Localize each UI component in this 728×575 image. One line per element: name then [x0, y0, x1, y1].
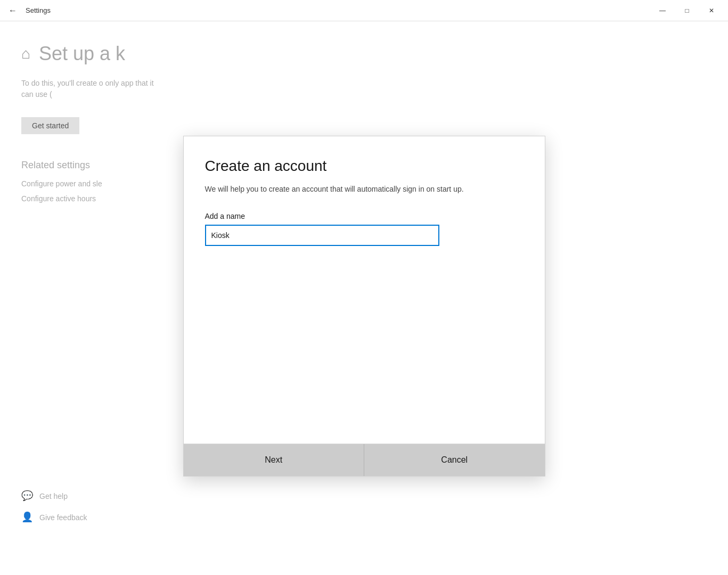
help-links-section: 💬 Get help 👤 Give feedback	[21, 490, 87, 532]
dialog-body: Create an account We will help you to cr…	[184, 136, 545, 443]
give-feedback-icon: 👤	[21, 511, 34, 524]
window-title: Settings	[26, 6, 650, 14]
dialog-title: Create an account	[205, 158, 523, 175]
next-button[interactable]: Next	[184, 444, 365, 476]
get-started-button[interactable]: Get started	[21, 117, 79, 134]
back-button[interactable]: ←	[4, 4, 21, 18]
window-controls: — □ ✕	[650, 0, 724, 21]
name-input[interactable]	[205, 225, 439, 246]
page-header: ⌂ Set up a k	[21, 43, 707, 65]
maximize-button[interactable]: □	[675, 0, 699, 21]
dialog-footer: Next Cancel	[184, 443, 545, 476]
get-help-label: Get help	[39, 492, 68, 500]
get-help-item[interactable]: 💬 Get help	[21, 490, 87, 503]
dialog-description: We will help you to create an account th…	[205, 183, 503, 195]
give-feedback-item[interactable]: 👤 Give feedback	[21, 511, 87, 524]
get-help-icon: 💬	[21, 490, 34, 503]
close-button[interactable]: ✕	[699, 0, 724, 21]
create-account-dialog: Create an account We will help you to cr…	[183, 136, 545, 477]
name-field-label: Add a name	[205, 212, 523, 220]
home-icon: ⌂	[21, 45, 30, 62]
title-bar: ← Settings — □ ✕	[0, 0, 728, 21]
main-content: ⌂ Set up a k To do this, you'll create o…	[0, 21, 728, 575]
minimize-button[interactable]: —	[650, 0, 675, 21]
page-description: To do this, you'll create o only app tha…	[21, 78, 160, 100]
cancel-button[interactable]: Cancel	[364, 444, 545, 476]
settings-window: ← Settings — □ ✕ ⌂ Set up a k To do this…	[0, 0, 728, 575]
give-feedback-label: Give feedback	[39, 513, 87, 522]
page-title: Set up a k	[39, 43, 125, 65]
